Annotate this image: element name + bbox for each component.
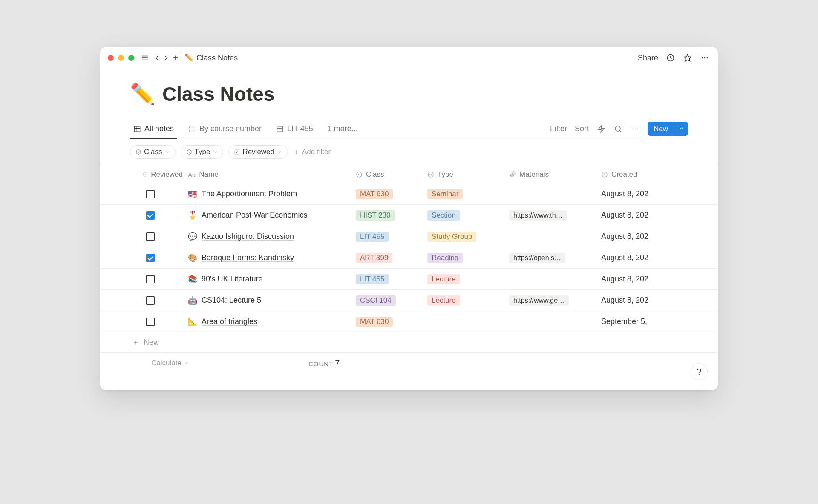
- reviewed-checkbox[interactable]: [146, 190, 155, 198]
- svg-marker-6: [684, 54, 691, 61]
- row-icon: 🎖️: [188, 211, 197, 220]
- reviewed-checkbox[interactable]: [146, 254, 155, 262]
- class-tag[interactable]: HIST 230: [356, 210, 395, 220]
- row-title[interactable]: CS104: Lecture 5: [202, 296, 261, 305]
- svg-point-16: [189, 126, 190, 127]
- calculate-button[interactable]: Calculate: [151, 359, 189, 367]
- created-date: August 8, 202: [601, 296, 686, 305]
- type-tag[interactable]: Seminar: [427, 189, 463, 199]
- search-icon[interactable]: [614, 124, 623, 134]
- material-link[interactable]: https://open.s…: [509, 253, 565, 263]
- table-row[interactable]: 🎨Baroque Forms: KandinskyART 399Readingh…: [100, 247, 718, 269]
- views-bar: All notesBy course numberLIT 4551 more..…: [130, 119, 688, 139]
- svg-point-29: [187, 150, 191, 155]
- class-tag[interactable]: LIT 455: [356, 274, 389, 284]
- type-tag[interactable]: Section: [427, 210, 460, 220]
- nav-forward-button[interactable]: [161, 53, 171, 63]
- column-reviewed[interactable]: Reviewed: [130, 170, 188, 179]
- table-row[interactable]: 📐Area of trianglesMAT 630September 5,: [100, 311, 718, 332]
- row-icon: 🎨: [188, 253, 197, 263]
- table-row[interactable]: 📚90's UK LiteratureLIT 455LectureAugust …: [100, 269, 718, 290]
- sort-button[interactable]: Sort: [575, 124, 589, 133]
- updates-icon[interactable]: [666, 53, 675, 63]
- view-tab-2[interactable]: LIT 455: [273, 119, 317, 139]
- type-tag[interactable]: Study Group: [427, 232, 476, 242]
- class-tag[interactable]: MAT 630: [356, 189, 393, 199]
- reviewed-checkbox[interactable]: [146, 318, 155, 326]
- type-tag[interactable]: Reading: [427, 253, 463, 263]
- table-row[interactable]: 🇺🇸The Apportionment ProblemMAT 630Semina…: [100, 183, 718, 205]
- nav-back-button[interactable]: [152, 53, 161, 63]
- minimize-window-button[interactable]: [118, 55, 124, 61]
- reviewed-checkbox[interactable]: [146, 296, 155, 305]
- svg-point-28: [136, 150, 141, 155]
- created-date: August 8, 202: [601, 275, 686, 284]
- help-button[interactable]: ?: [691, 363, 708, 380]
- share-button[interactable]: Share: [638, 54, 658, 63]
- new-button-dropdown[interactable]: [674, 122, 688, 136]
- new-button[interactable]: New: [648, 122, 688, 136]
- svg-point-17: [189, 129, 190, 129]
- filter-button[interactable]: Filter: [550, 124, 567, 133]
- page-header: ✏️ Class Notes: [130, 82, 688, 106]
- table-row[interactable]: 🤖CS104: Lecture 5CSCI 104Lecturehttps://…: [100, 290, 718, 311]
- more-icon[interactable]: [700, 53, 709, 63]
- svg-marker-22: [598, 125, 604, 132]
- table-row[interactable]: 💬Kazuo Ishiguro: DiscussionLIT 455Study …: [100, 226, 718, 247]
- window-controls: [108, 55, 134, 61]
- column-class[interactable]: Class: [356, 170, 427, 179]
- view-tab-1[interactable]: By course number: [185, 119, 265, 139]
- material-link[interactable]: https://www.th…: [509, 210, 567, 220]
- view-tab-0[interactable]: All notes: [130, 119, 177, 139]
- column-type[interactable]: Type: [427, 170, 509, 179]
- row-icon: 📚: [188, 275, 197, 284]
- new-row-button[interactable]: New: [100, 332, 718, 353]
- breadcrumb[interactable]: ✏️ Class Notes: [184, 53, 238, 63]
- reviewed-checkbox[interactable]: [146, 211, 155, 220]
- reviewed-checkbox[interactable]: [146, 275, 155, 284]
- page-icon[interactable]: ✏️: [130, 82, 156, 106]
- type-tag[interactable]: Lecture: [427, 274, 460, 284]
- column-name[interactable]: Aa Name: [188, 170, 356, 179]
- reviewed-checkbox[interactable]: [146, 232, 155, 241]
- titlebar: ✏️ Class Notes Share: [100, 47, 718, 69]
- row-title[interactable]: 90's UK Literature: [202, 275, 263, 284]
- maximize-window-button[interactable]: [128, 55, 134, 61]
- class-tag[interactable]: MAT 630: [356, 317, 393, 327]
- automations-icon[interactable]: [596, 124, 606, 134]
- column-created[interactable]: Created: [601, 170, 686, 179]
- type-tag[interactable]: Lecture: [427, 295, 460, 306]
- svg-rect-30: [235, 150, 239, 154]
- filter-pill-type[interactable]: Type: [181, 145, 224, 159]
- row-title[interactable]: American Post-War Economics: [202, 211, 307, 220]
- column-materials[interactable]: Materials: [509, 170, 601, 179]
- new-page-button[interactable]: [171, 53, 180, 63]
- filter-pill-class[interactable]: Class: [130, 145, 176, 159]
- row-title[interactable]: The Apportionment Problem: [202, 189, 297, 198]
- svg-rect-10: [134, 126, 140, 132]
- row-title[interactable]: Area of triangles: [202, 317, 257, 326]
- table-row[interactable]: 🎖️American Post-War EconomicsHIST 230Sec…: [100, 205, 718, 226]
- created-date: August 8, 202: [601, 211, 686, 220]
- view-options-icon[interactable]: [631, 124, 640, 134]
- view-tab-3[interactable]: 1 more...: [324, 119, 361, 139]
- created-date: August 8, 202: [601, 232, 686, 241]
- class-tag[interactable]: LIT 455: [356, 232, 389, 242]
- material-link[interactable]: https://www.ge…: [509, 295, 569, 306]
- table-header: Reviewed Aa Name Class Type: [100, 166, 718, 183]
- close-window-button[interactable]: [108, 55, 114, 61]
- favorite-icon[interactable]: [683, 53, 692, 63]
- created-date: August 8, 202: [601, 189, 686, 198]
- page-title[interactable]: Class Notes: [162, 83, 274, 106]
- row-title[interactable]: Baroque Forms: Kandinsky: [202, 253, 294, 262]
- class-tag[interactable]: CSCI 104: [356, 295, 396, 306]
- new-button-label: New: [648, 122, 674, 136]
- row-icon: 🇺🇸: [188, 189, 197, 199]
- class-tag[interactable]: ART 399: [356, 253, 392, 263]
- row-title[interactable]: Kazuo Ishiguro: Discussion: [202, 232, 294, 241]
- sidebar-toggle-icon[interactable]: [140, 53, 150, 63]
- add-filter-button[interactable]: Add filter: [293, 148, 331, 156]
- svg-point-18: [189, 130, 190, 131]
- add-filter-label: Add filter: [302, 148, 331, 156]
- filter-pill-reviewed[interactable]: Reviewed: [228, 145, 288, 159]
